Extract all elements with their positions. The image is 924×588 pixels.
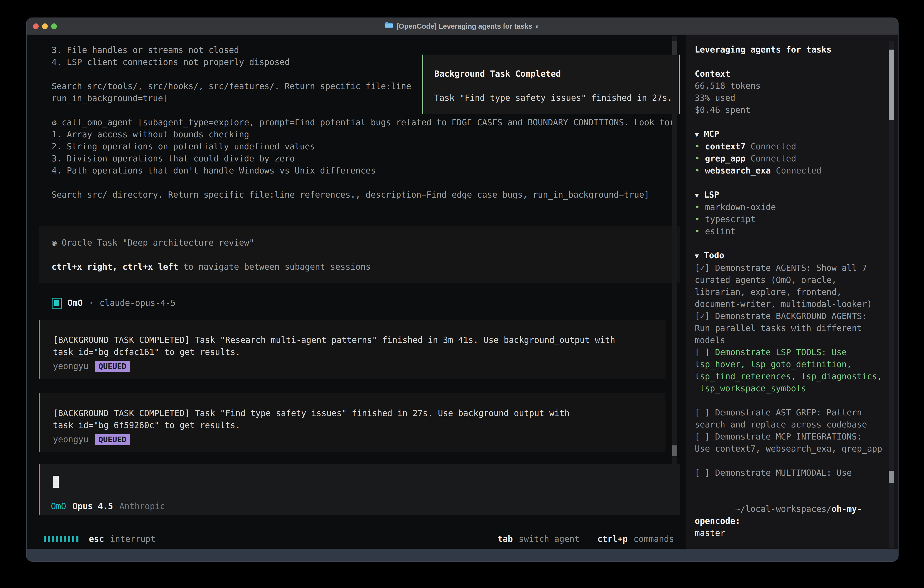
window-title-group: [OpenCode] Leveraging agents for tasks ◐ xyxy=(26,18,898,35)
lsp-item: • eslint xyxy=(695,225,882,237)
session-state-icon: ◐ xyxy=(535,18,540,35)
window-bottom-edge xyxy=(26,549,898,561)
chat-scrollbar-thumb-top[interactable] xyxy=(672,41,677,55)
hint-text: to navigate between subagent sessions xyxy=(178,262,371,272)
sidebar-scrollbar[interactable] xyxy=(889,41,894,548)
mcp-name: websearch_exa xyxy=(705,165,771,177)
background-task-toast: Background Task Completed Task "Find typ… xyxy=(422,55,680,114)
shortcut-hints: tab switch agent ctrl+p commands xyxy=(498,533,674,545)
input-provider-name: Anthropic xyxy=(119,500,165,512)
message-text: [BACKGROUND TASK COMPLETED] Task "Resear… xyxy=(53,334,665,358)
oracle-task-panel: ◉ Oracle Task "Deep architecture review"… xyxy=(39,226,680,283)
status-dot-icon: • xyxy=(695,153,705,165)
mcp-name: context7 xyxy=(705,140,746,153)
sidebar: Leveraging agents for tasks Context 66,5… xyxy=(686,35,898,549)
chat-scrollbar-thumb[interactable] xyxy=(672,446,677,456)
prompt-input[interactable]: OmO Opus 4.5 Anthropic xyxy=(39,464,680,515)
workspace-branch: master xyxy=(695,527,882,539)
status-dot-icon: • xyxy=(695,201,705,213)
context-used: 33% used xyxy=(695,92,882,104)
mcp-name: grep_app xyxy=(705,153,746,165)
todo-item: [ ] Demonstrate MULTIMODAL: Use xyxy=(695,467,882,479)
ctrlp-label: commands xyxy=(634,533,674,545)
tab-key: tab xyxy=(498,533,513,545)
message-block: [BACKGROUND TASK COMPLETED] Task "Find t… xyxy=(39,393,665,452)
message-meta: yeongyu QUEUED xyxy=(53,433,665,446)
title-bar[interactable]: [OpenCode] Leveraging agents for tasks ◐ xyxy=(26,18,898,35)
toast-message: Task "Find type safety issues" finished … xyxy=(434,92,679,104)
todo-section-header[interactable]: ▼ Todo xyxy=(695,249,882,262)
message-text: [BACKGROUND TASK COMPLETED] Task "Find t… xyxy=(53,407,665,431)
lsp-name: typescript xyxy=(705,213,756,225)
esc-label: interrupt xyxy=(110,533,155,545)
mcp-section-header[interactable]: ▼ MCP xyxy=(695,128,882,140)
toast-title: Background Task Completed xyxy=(434,68,679,80)
folder-icon xyxy=(385,18,393,35)
context-heading: Context xyxy=(695,68,882,80)
zoom-button[interactable] xyxy=(51,23,57,29)
oracle-task-label: ◉ Oracle Task "Deep architecture review" xyxy=(52,237,680,249)
opencode-window: [OpenCode] Leveraging agents for tasks ◐… xyxy=(26,18,899,562)
window-content: 3. File handles or streams not closed 4.… xyxy=(26,35,898,549)
mcp-status: Connected xyxy=(746,153,796,165)
tab-label: switch agent xyxy=(519,533,579,545)
agent-square-icon xyxy=(52,297,62,309)
chevron-down-icon: ▼ xyxy=(695,130,699,139)
message-author: yeongyu xyxy=(53,433,88,446)
message-author: yeongyu xyxy=(53,360,88,372)
traffic-lights xyxy=(26,23,57,29)
ctrlp-key: ctrl+p xyxy=(597,533,628,545)
input-meta: OmO Opus 4.5 Anthropic xyxy=(51,500,165,512)
context-tokens: 66,518 tokens xyxy=(695,80,882,92)
status-bar: esc interrupt tab switch agent ctrl+p co… xyxy=(44,533,674,545)
todo-item: [✓] Demonstrate AGENTS: Show all 7 curat… xyxy=(695,262,882,310)
hint-keys: ctrl+x right, ctrl+x left xyxy=(52,262,178,272)
workspace-path-prefix: ~/local-workspaces/ xyxy=(735,504,832,514)
message-block: [BACKGROUND TASK COMPLETED] Task "Resear… xyxy=(39,320,665,378)
spinner-icon xyxy=(44,537,78,542)
input-agent-name: OmO xyxy=(51,500,66,512)
subagent-navigation-hint: ctrl+x right, ctrl+x left to navigate be… xyxy=(52,261,680,273)
status-dot-icon: • xyxy=(695,165,705,177)
chevron-down-icon: ▼ xyxy=(695,252,699,260)
window-title: [OpenCode] Leveraging agents for tasks xyxy=(396,18,532,35)
status-badge: QUEUED xyxy=(95,361,130,372)
minimize-button[interactable] xyxy=(42,23,48,29)
close-button[interactable] xyxy=(33,23,39,29)
text-cursor xyxy=(53,476,59,488)
agent-separator: · xyxy=(89,297,94,309)
chevron-down-icon: ▼ xyxy=(695,191,699,199)
agent-header: OmO · claude-opus-4-5 xyxy=(52,297,175,309)
chat-pane: 3. File handles or streams not closed 4.… xyxy=(26,35,686,549)
mcp-status: Connected xyxy=(746,140,796,153)
interrupt-hint: esc interrupt xyxy=(89,533,155,545)
agent-model: claude-opus-4-5 xyxy=(100,297,175,309)
status-badge: QUEUED xyxy=(95,434,130,445)
todo-item: [ ] Demonstrate AST-GREP: Pattern search… xyxy=(695,406,882,431)
todo-item: [✓] Demonstrate BACKGROUND AGENTS: Run p… xyxy=(695,310,882,346)
sidebar-scrollbar-thumb-lower[interactable] xyxy=(889,471,894,483)
lsp-item: • markdown-oxide xyxy=(695,201,882,213)
mcp-status: Connected xyxy=(771,165,822,177)
lsp-name: eslint xyxy=(705,225,736,237)
mcp-item: • websearch_exa Connected xyxy=(695,165,882,177)
status-dot-icon: • xyxy=(695,225,705,237)
sidebar-scrollbar-thumb[interactable] xyxy=(889,50,894,120)
lsp-section-header[interactable]: ▼ LSP xyxy=(695,189,882,201)
input-model-name[interactable]: Opus 4.5 xyxy=(73,500,113,512)
status-dot-icon: • xyxy=(695,213,705,225)
message-meta: yeongyu QUEUED xyxy=(53,360,665,372)
lsp-item: • typescript xyxy=(695,213,882,225)
agent-name: OmO xyxy=(68,297,83,309)
esc-key: esc xyxy=(89,533,104,545)
todo-item: [ ] Demonstrate MCP INTEGRATIONS: Use co… xyxy=(695,431,882,455)
context-spent: $0.46 spent xyxy=(695,104,882,116)
lsp-name: markdown-oxide xyxy=(705,201,776,213)
status-dot-icon: • xyxy=(695,140,705,153)
mcp-item: • context7 Connected xyxy=(695,140,882,153)
session-title: Leveraging agents for tasks xyxy=(695,44,882,56)
mcp-item: • grep_app Connected xyxy=(695,153,882,165)
todo-item-active: [ ] Demonstrate LSP TOOLS: Use lsp_hover… xyxy=(695,346,882,395)
